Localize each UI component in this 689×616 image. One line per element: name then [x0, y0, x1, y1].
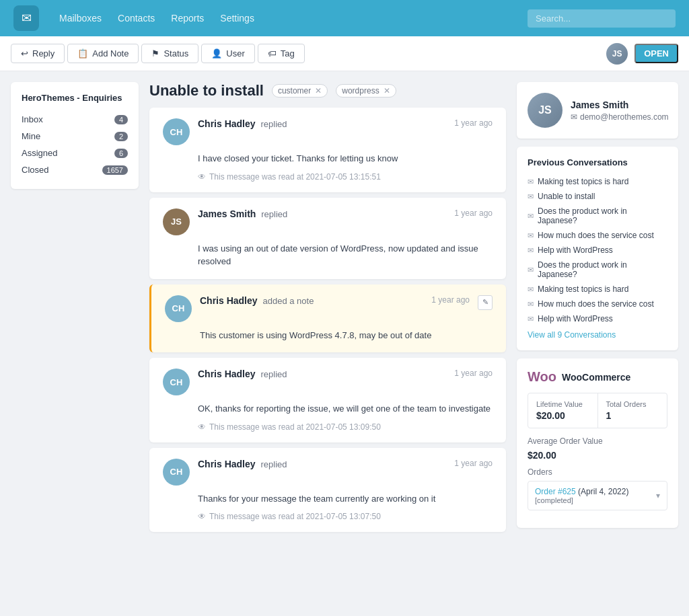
note-icon: 📋 — [77, 48, 88, 59]
contact-avatar[interactable]: JS — [528, 93, 563, 128]
message-card: CH Chris Hadley replied 1 year ago I hav… — [149, 108, 506, 192]
contact-email: ✉ demo@herothemes.com — [571, 112, 669, 122]
flag-icon: ⚑ — [151, 48, 159, 59]
reply-button[interactable]: ↩ Reply — [11, 44, 65, 63]
inbox-badge: 4 — [114, 115, 128, 124]
sidebar: HeroThemes - Enquiries Inbox 4 Mine 2 As… — [11, 82, 139, 605]
woocommerce-header: Woo WooCommerce — [528, 369, 667, 385]
email-icon: ✉ — [528, 266, 534, 274]
email-icon: ✉ — [528, 212, 534, 221]
message-read-receipt: 👁 This message was read at 2021-07-05 13… — [198, 512, 493, 521]
message-body: I was using an out of date version of Wo… — [198, 242, 493, 268]
closed-badge: 1657 — [102, 165, 128, 175]
email-icon: ✉ — [528, 192, 534, 201]
sidebar-box: HeroThemes - Enquiries Inbox 4 Mine 2 As… — [11, 82, 139, 189]
user-button[interactable]: 👤 User — [201, 44, 254, 63]
contact-card: JS James Smith ✉ demo@herothemes.com — [517, 82, 678, 139]
message-read-receipt: 👁 This message was read at 2021-07-05 13… — [198, 172, 493, 182]
prev-conv-item[interactable]: ✉ How much does the service cost — [528, 297, 667, 311]
toolbar-right: JS OPEN — [606, 43, 678, 65]
contact-name: James Smith — [571, 100, 669, 110]
avatar: JS — [163, 208, 190, 235]
total-orders-metric: Total Orders 1 — [598, 393, 667, 428]
nav-mailboxes[interactable]: Mailboxes — [59, 13, 102, 24]
mine-badge: 2 — [114, 132, 128, 141]
previous-conversations-title: Previous Conversations — [528, 157, 667, 167]
tag-icon: 🏷 — [268, 48, 277, 59]
message-meta: Chris Hadley replied — [198, 369, 446, 379]
chevron-down-icon[interactable]: ▾ — [656, 491, 660, 500]
message-read-receipt: 👁 This message was read at 2021-07-05 13… — [198, 422, 493, 432]
status-button[interactable]: ⚑ Status — [141, 44, 198, 63]
email-icon: ✉ — [528, 231, 534, 240]
message-card: JS James Smith replied 1 year ago I was … — [149, 198, 506, 279]
tag-button[interactable]: 🏷 Tag — [258, 44, 305, 63]
order-item: Order #625 (April 4, 2022) [completed] ▾ — [528, 481, 667, 510]
assigned-badge: 6 — [114, 149, 128, 158]
message-header: CH Chris Hadley replied 1 year ago — [163, 118, 493, 145]
prev-conv-item[interactable]: ✉ Help with WordPress — [528, 243, 667, 258]
eye-icon: 👁 — [198, 422, 206, 432]
conversation-area: Unable to install customer ✕ wordpress ✕… — [149, 82, 506, 605]
email-icon: ✉ — [528, 300, 534, 309]
order-status: [completed] — [535, 496, 628, 504]
prev-conv-item[interactable]: ✉ Making test topics is hard — [528, 282, 667, 297]
nav-contacts[interactable]: Contacts — [118, 13, 155, 24]
add-note-button[interactable]: 📋 Add Note — [67, 44, 139, 63]
orders-row: Orders Order #625 (April 4, 2022) [compl… — [528, 467, 667, 510]
prev-conv-item[interactable]: ✉ Does the product work in Japanese? — [528, 204, 667, 228]
woocommerce-card: Woo WooCommerce Lifetime Value $20.00 To… — [517, 358, 678, 528]
eye-icon: 👁 — [198, 172, 206, 182]
logo[interactable]: ✉ — [13, 5, 39, 31]
message-header: CH Chris Hadley replied 1 year ago — [163, 369, 493, 395]
prev-conv-item[interactable]: ✉ How much does the service cost — [528, 228, 667, 243]
message-meta: Chris Hadley added a note — [200, 295, 423, 306]
message-header: CH Chris Hadley added a note 1 year ago … — [165, 295, 493, 322]
message-header: JS James Smith replied 1 year ago — [163, 208, 493, 235]
message-body: This customer is using WordPress 4.7.8, … — [200, 329, 493, 342]
prev-conv-item[interactable]: ✉ Does the product work in Japanese? — [528, 258, 667, 282]
note-edit-button[interactable]: ✎ — [478, 295, 493, 310]
message-card: CH Chris Hadley replied 1 year ago OK, t… — [149, 358, 506, 442]
remove-customer-tag[interactable]: ✕ — [315, 86, 322, 95]
email-icon: ✉ — [528, 246, 534, 255]
email-icon: ✉ — [571, 112, 577, 122]
sidebar-item-assigned[interactable]: Assigned 6 — [22, 145, 128, 161]
message-card-note: CH Chris Hadley added a note 1 year ago … — [149, 284, 506, 353]
remove-wordpress-tag[interactable]: ✕ — [384, 86, 390, 95]
avatar: CH — [163, 118, 190, 145]
email-icon: ✉ — [528, 285, 534, 294]
sidebar-item-closed[interactable]: Closed 1657 — [22, 161, 128, 178]
order-link[interactable]: Order #625 — [535, 487, 576, 496]
toolbar: ↩ Reply 📋 Add Note ⚑ Status 👤 User 🏷 Tag… — [0, 36, 689, 71]
reply-icon: ↩ — [21, 48, 28, 59]
prev-conv-item[interactable]: ✉ Making test topics is hard — [528, 174, 667, 189]
prev-conv-item[interactable]: ✉ Unable to install — [528, 189, 667, 204]
message-meta: Chris Hadley replied — [198, 118, 446, 129]
message-meta: Chris Hadley replied — [198, 459, 446, 469]
message-body: I have closed your ticket. Thanks for le… — [198, 152, 493, 165]
avatar[interactable]: JS — [606, 43, 628, 65]
nav-reports[interactable]: Reports — [171, 13, 204, 24]
view-all-conversations[interactable]: View all 9 Conversations — [528, 330, 667, 340]
nav-settings[interactable]: Settings — [220, 13, 254, 24]
note-actions: ✎ — [478, 295, 493, 310]
open-status-button[interactable]: OPEN — [634, 44, 678, 63]
lifetime-value: $20.00 — [536, 410, 589, 421]
avatar: CH — [165, 295, 192, 322]
conversation-header: Unable to install customer ✕ wordpress ✕ — [149, 82, 506, 100]
email-icon: ✉ — [528, 178, 534, 186]
avg-order-value: $20.00 — [528, 450, 667, 461]
tag-wordpress[interactable]: wordpress ✕ — [336, 84, 396, 98]
tag-customer[interactable]: customer ✕ — [272, 84, 328, 98]
prev-conv-item[interactable]: ✉ Help with WordPress — [528, 311, 667, 326]
avatar: CH — [163, 459, 190, 486]
email-icon: ✉ — [528, 315, 534, 323]
sidebar-title: HeroThemes - Enquiries — [22, 93, 128, 103]
main-layout: HeroThemes - Enquiries Inbox 4 Mine 2 As… — [0, 71, 689, 616]
search-input[interactable] — [528, 9, 676, 28]
conversation-title: Unable to install — [149, 82, 264, 100]
user-icon: 👤 — [211, 48, 222, 59]
sidebar-item-mine[interactable]: Mine 2 — [22, 128, 128, 145]
sidebar-item-inbox[interactable]: Inbox 4 — [22, 111, 128, 128]
